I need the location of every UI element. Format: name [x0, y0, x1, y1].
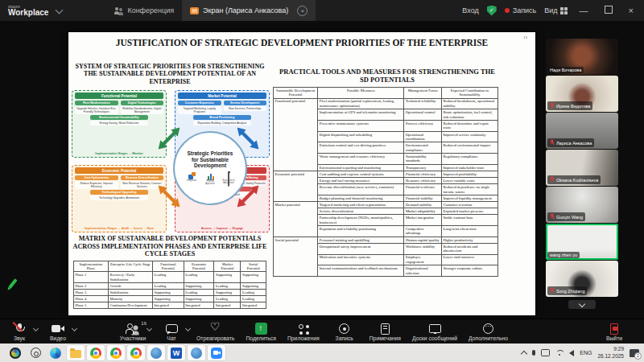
participant-name-pill: Лариса Анкасова — [547, 138, 594, 147]
table-cell: Service diversification — [318, 208, 404, 215]
table-cell: Operational coordination — [404, 131, 441, 142]
tab-conference-label: Конференция — [127, 6, 174, 14]
system-tray: ENG 9:29 26.12.2025 1 — [522, 346, 639, 359]
tab-close-icon[interactable]: × — [297, 6, 308, 16]
notifications-icon[interactable]: 1 — [630, 349, 639, 357]
participant-tile[interactable]: Ирина Федотова — [546, 76, 618, 112]
toolbar-apps-button[interactable]: Приложения — [287, 323, 320, 341]
tray-expand-icon[interactable] — [521, 350, 527, 356]
taskbar-blue-2-icon[interactable] — [188, 345, 205, 360]
table-cell: Energy and fuel-saving measures — [318, 178, 404, 184]
chevron-up-icon[interactable] — [147, 326, 152, 331]
chevron-up-icon[interactable] — [33, 326, 39, 331]
participant-tile[interactable]: Guoyin Wang — [546, 187, 618, 223]
wifi-icon[interactable] — [555, 350, 564, 356]
table-cell: Competitive advantage — [404, 226, 441, 237]
cam-icon — [51, 323, 65, 335]
table-cell: Environmental compliance — [404, 142, 441, 154]
participant-tile[interactable]: wang zhen yu — [546, 224, 618, 260]
taskbar-folder-icon[interactable] — [67, 345, 85, 360]
exit-icon — [607, 323, 621, 335]
table-cell: Financial stability — [404, 195, 441, 201]
toolbar-chat-button[interactable]: Чат — [158, 323, 185, 341]
table-cell: Leading — [241, 289, 266, 295]
toolbar-label: Приложения — [287, 335, 320, 341]
toolbar-react-button[interactable]: Отреагировать — [196, 323, 234, 341]
participant-tile[interactable]: Надя Бочарова — [546, 39, 618, 75]
column-header: Functional Potential — [153, 261, 184, 272]
toolbar-label: Чат — [167, 335, 175, 341]
table-cell: Integrated — [184, 302, 214, 308]
quadrant-footer: Implementation Stages → Monitor — [72, 152, 166, 155]
table-cell: Stable contract base — [441, 215, 497, 226]
taskbar-word-icon[interactable]: W — [167, 345, 185, 360]
toolbar-participants-button[interactable]: 16Участники — [119, 323, 147, 341]
table-cell: Supporting — [214, 289, 241, 295]
speaker-icon[interactable] — [569, 350, 574, 356]
sidebar-more-button[interactable] — [568, 300, 596, 309]
taskbar-zoom-icon[interactable] — [208, 345, 225, 360]
quadrant-item-body: Reputation Building, Competitive Analysi… — [193, 121, 251, 125]
taskbar-start-icon[interactable] — [6, 345, 24, 360]
language-indicator[interactable]: ENG — [580, 350, 592, 356]
taskbar-chrome-2-icon[interactable] — [107, 345, 125, 360]
table-cell: Social potential — [274, 237, 318, 276]
taskbar-edge-icon[interactable] — [47, 345, 64, 360]
integration-icon — [188, 172, 196, 179]
taskbar-blue-icon[interactable] — [147, 345, 165, 360]
table-cell: Supporting — [153, 289, 184, 295]
taskbar-whatsapp-icon[interactable] — [27, 345, 44, 360]
tray-device-icon[interactable] — [541, 349, 550, 356]
table-cell: Reputation and reliability positioning — [318, 226, 404, 237]
toolbar-video-button[interactable]: Видео — [44, 323, 72, 341]
annotation-pencil-icon[interactable] — [8, 278, 17, 289]
minimize-button[interactable]: — — [576, 0, 592, 21]
tab-screen-share[interactable]: Экран (Лариса Анкасова) × — [182, 0, 316, 21]
view-button[interactable]: Вид — [544, 6, 567, 14]
chevron-down-icon[interactable] — [56, 6, 64, 14]
table-cell: Stronger corporate culture — [441, 265, 497, 277]
toolbar-record-button[interactable]: Запись — [331, 323, 358, 341]
quadrant-item-body: Workflow Standardization, Digital Manage… — [121, 106, 164, 114]
table-cell: Functional potential — [274, 98, 318, 171]
toolbar-share-button[interactable]: Поделиться — [246, 323, 276, 341]
table-cell: Resource efficiency — [404, 178, 441, 184]
toolbar-whiteboards-button[interactable]: Доски сообщений — [412, 323, 457, 341]
table-cell: Financial resilience — [404, 184, 441, 195]
clock[interactable]: 9:29 26.12.2025 — [597, 346, 624, 359]
table-cell: Market adaptability — [404, 208, 441, 215]
tray-mic-icon[interactable] — [532, 350, 535, 356]
measures-table: Sustainable Development PotentialPossibl… — [273, 87, 498, 277]
participant-tile[interactable]: Song Zhiqiang — [546, 261, 618, 297]
table-cell: Leading — [184, 272, 214, 282]
participant-tile[interactable]: Лариса Анкасова — [546, 113, 618, 149]
participant-name-pill: Ирина Федотова — [547, 101, 592, 110]
chevron-up-icon[interactable] — [72, 326, 77, 331]
sign-in-button[interactable]: Вход — [462, 6, 478, 14]
quadrant-item-head: Fleet Modernization — [75, 101, 118, 105]
participant-tile[interactable]: Oksana Kudriavtseva — [546, 150, 618, 186]
table-cell: Recovery / Early Stabilization — [108, 272, 152, 282]
shield-icon: ✓ — [487, 6, 497, 16]
table-cell: Market potential — [274, 202, 318, 237]
toolbar-more-button[interactable]: Дополнительно — [469, 323, 508, 341]
quadrant-item-body: Upgrade Vehicles, Introduce Eco-Friendly… — [75, 106, 118, 114]
toolbar-notes-button[interactable]: Примечания — [369, 323, 401, 341]
table-cell: Revenue diversification (new services, c… — [318, 184, 404, 195]
matrix-table: Implementation PhaseEnterprise Life Cycl… — [73, 261, 266, 309]
recording-indicator: Запись — [505, 6, 537, 14]
close-button[interactable]: × — [625, 0, 638, 21]
table-cell: Waste management and resource efficiency — [318, 154, 404, 165]
chevron-up-icon[interactable] — [185, 326, 191, 331]
table-row: Phase 2GrowthLeadingSupportingLeadingSup… — [74, 282, 266, 289]
table-cell: Digital dispatching and scheduling — [318, 131, 404, 142]
maximize-button[interactable] — [601, 0, 617, 21]
zoom-workplace-logo: zoom Workplace — [8, 4, 48, 17]
tab-conference[interactable]: Конференция — [106, 0, 182, 21]
taskbar-chrome-1-icon[interactable] — [87, 345, 105, 360]
toolbar-leave-button[interactable]: Выйти — [601, 323, 628, 341]
people-icon — [114, 7, 123, 14]
taskbar-chrome-3-icon[interactable] — [127, 345, 145, 360]
toolbar-audio-button[interactable]: Звук — [6, 323, 33, 341]
table-cell: Regulatory compliance — [441, 154, 497, 165]
